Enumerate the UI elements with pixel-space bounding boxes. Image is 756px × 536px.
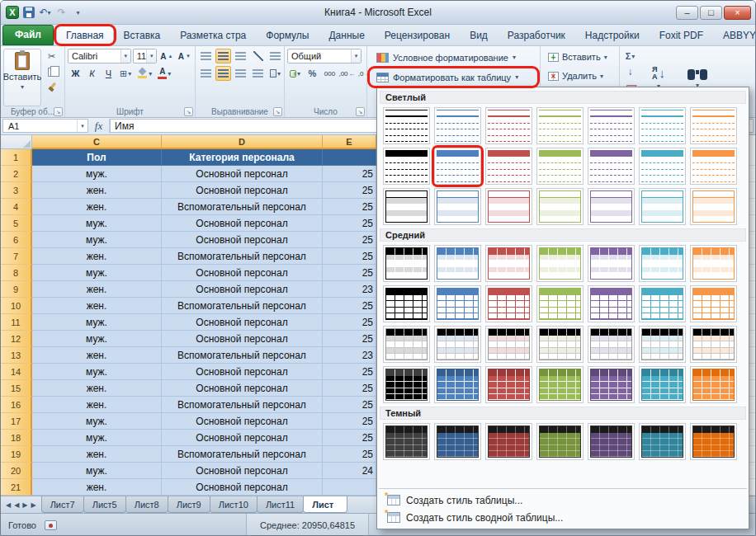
cell-E4[interactable]: 25: [323, 199, 376, 215]
cell-E5[interactable]: 25: [323, 215, 376, 232]
cell-D13[interactable]: Вспомогательный персонал: [162, 347, 323, 364]
table-style-1-0-5[interactable]: [639, 245, 686, 282]
tab-foxit[interactable]: Foxit PDF: [650, 26, 713, 45]
gallery-menu-item-0[interactable]: Создать стиль таблицы...: [380, 491, 745, 509]
redo-button[interactable]: ↷: [54, 5, 69, 20]
tab-formulas[interactable]: Формулы: [256, 26, 319, 45]
table-style-1-1-2[interactable]: [485, 285, 532, 322]
table-style-1-0-6[interactable]: [690, 245, 737, 282]
cell-D10[interactable]: Вспомогательный персонал: [162, 298, 323, 314]
decrease-indent-button[interactable]: [250, 66, 266, 81]
cell-C5[interactable]: муж.: [32, 215, 162, 232]
first-sheet-button[interactable]: ◀: [6, 501, 11, 509]
cell-C1[interactable]: Пол: [32, 149, 162, 166]
font-dialog-launcher[interactable]: ↘: [184, 107, 193, 116]
table-style-1-1-1[interactable]: [434, 285, 481, 322]
cell-C3[interactable]: жен.: [32, 182, 162, 199]
table-style-0-0-5[interactable]: [639, 107, 686, 144]
column-header-C[interactable]: C: [32, 135, 162, 149]
table-style-1-3-6[interactable]: [690, 366, 737, 403]
row-header-9[interactable]: 9: [1, 281, 32, 298]
accounting-format-button[interactable]: ▾: [287, 66, 303, 81]
table-style-1-3-1[interactable]: [434, 366, 481, 403]
table-style-0-2-6[interactable]: [690, 188, 737, 225]
table-style-2-0-2[interactable]: [485, 423, 532, 460]
name-box[interactable]: A1▾: [2, 119, 88, 133]
bold-button[interactable]: Ж: [68, 66, 83, 81]
cell-D1[interactable]: Категория персонала: [162, 149, 323, 166]
shrink-font-button[interactable]: А▼: [177, 49, 192, 63]
align-right-button[interactable]: [233, 66, 248, 81]
cell-D21[interactable]: Основной персонал: [162, 479, 323, 496]
table-style-1-3-5[interactable]: [639, 366, 686, 403]
percent-button[interactable]: %: [305, 66, 320, 81]
row-header-12[interactable]: 12: [1, 331, 32, 347]
table-style-1-0-2[interactable]: [485, 245, 532, 282]
cell-D9[interactable]: Основной персонал: [162, 281, 323, 298]
row-header-7[interactable]: 7: [1, 248, 32, 265]
cell-C4[interactable]: жен.: [32, 199, 162, 215]
cell-C13[interactable]: жен.: [32, 347, 162, 364]
column-header-E[interactable]: E: [323, 135, 376, 149]
tab-review[interactable]: Рецензирован: [375, 26, 460, 45]
cell-D4[interactable]: Вспомогательный персонал: [162, 199, 323, 215]
format-as-table-button[interactable]: Форматировать как таблицу ▾: [370, 68, 537, 86]
prev-sheet-button[interactable]: ◀: [14, 501, 19, 509]
sheet-tab-Лист7[interactable]: Лист7: [41, 496, 84, 513]
cell-E21[interactable]: [323, 479, 376, 496]
tab-view[interactable]: Вид: [460, 26, 498, 45]
fill-color-button[interactable]: ▾: [135, 66, 154, 81]
table-style-1-0-4[interactable]: [588, 245, 635, 282]
cell-D17[interactable]: Основной персонал: [162, 413, 323, 430]
number-dialog-launcher[interactable]: ↘: [356, 107, 365, 116]
row-header-20[interactable]: 20: [1, 463, 32, 479]
row-header-3[interactable]: 3: [1, 182, 32, 199]
cell-D8[interactable]: Основной персонал: [162, 265, 323, 281]
table-style-1-3-3[interactable]: [536, 366, 584, 403]
cell-D18[interactable]: Основной персонал: [162, 430, 323, 446]
column-header-D[interactable]: D: [162, 135, 323, 149]
table-style-1-1-3[interactable]: [536, 285, 584, 322]
cell-C16[interactable]: жен.: [32, 397, 162, 413]
conditional-formatting-button[interactable]: Условное форматирование ▾: [370, 49, 537, 66]
table-style-0-1-4[interactable]: [588, 148, 635, 185]
table-style-0-0-6[interactable]: [690, 107, 737, 144]
cell-C18[interactable]: муж.: [32, 430, 162, 446]
paste-dropdown-icon[interactable]: ▾: [21, 83, 24, 91]
cell-C20[interactable]: муж.: [32, 463, 162, 479]
macro-record-icon[interactable]: [45, 520, 57, 530]
table-style-1-2-3[interactable]: [536, 326, 584, 363]
cell-C7[interactable]: жен.: [32, 248, 162, 265]
tab-home[interactable]: Главная: [56, 26, 114, 45]
table-style-1-2-2[interactable]: [485, 326, 532, 363]
paste-button[interactable]: Вставить ▾: [3, 49, 41, 106]
table-style-1-2-5[interactable]: [639, 326, 686, 363]
cell-C6[interactable]: муж.: [32, 232, 162, 248]
sheet-tab-Лист8[interactable]: Лист8: [125, 496, 168, 513]
font-name-combo[interactable]: Calibri▾: [68, 49, 131, 63]
table-style-1-0-3[interactable]: [536, 245, 584, 282]
comma-style-button[interactable]: 000: [322, 66, 338, 81]
save-button[interactable]: [21, 5, 35, 20]
cell-D6[interactable]: Основной персонал: [162, 232, 323, 248]
table-style-0-2-2[interactable]: [485, 188, 532, 225]
cell-C8[interactable]: муж.: [32, 265, 162, 281]
table-style-0-1-1[interactable]: [434, 148, 481, 185]
cell-E3[interactable]: 25: [323, 182, 376, 199]
cell-E8[interactable]: 25: [323, 265, 376, 281]
table-style-2-0-3[interactable]: [536, 423, 584, 460]
cell-E10[interactable]: 25: [323, 298, 376, 314]
cell-E19[interactable]: 25: [323, 446, 376, 463]
row-header-17[interactable]: 17: [1, 413, 32, 430]
tab-page-layout[interactable]: Разметка стра: [170, 26, 256, 45]
cell-E16[interactable]: 25: [323, 397, 376, 413]
copy-button[interactable]: [44, 64, 59, 79]
cell-E17[interactable]: 25: [323, 413, 376, 430]
cell-D20[interactable]: Основной персонал: [162, 463, 323, 479]
table-style-1-3-4[interactable]: [588, 366, 635, 403]
autosum-button[interactable]: Σ▾: [622, 49, 638, 63]
qat-customize-button[interactable]: ▾: [71, 5, 85, 20]
gallery-menu-item-1[interactable]: Создать стиль сводной таблицы...: [380, 509, 745, 526]
minimize-button[interactable]: –: [676, 6, 698, 20]
cell-C12[interactable]: муж.: [32, 331, 162, 347]
